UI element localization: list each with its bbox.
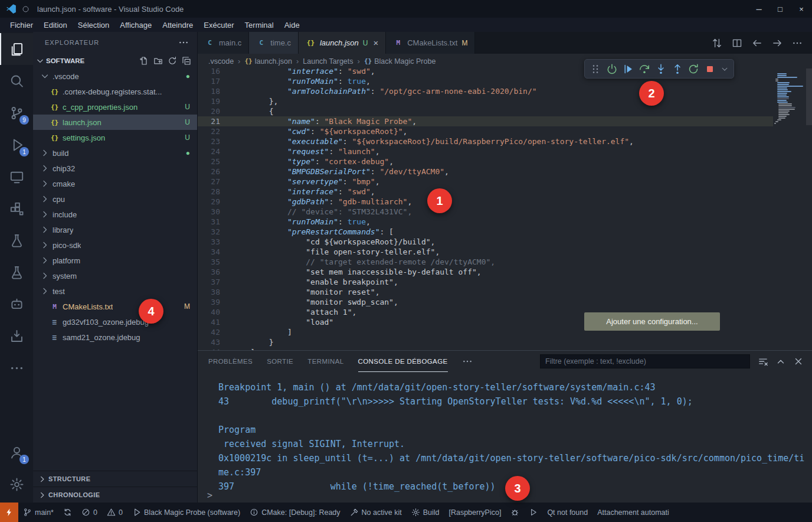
activity-packages[interactable]	[0, 320, 33, 352]
menu-terminal[interactable]: Terminal	[240, 21, 279, 30]
step-out-icon[interactable]	[672, 63, 683, 75]
explorer-item-chip32[interactable]: chip32	[33, 161, 197, 176]
breadcrumb-item-launch-targets[interactable]: Launch Targets	[303, 57, 353, 66]
power-icon[interactable]	[606, 63, 618, 75]
explorer-item-include[interactable]: include	[33, 207, 197, 222]
panel-tab-console-de-d-bogage[interactable]: CONSOLE DE DÉBOGAGE	[358, 351, 448, 372]
new-folder-icon[interactable]	[153, 56, 163, 66]
continue-icon[interactable]	[622, 63, 634, 75]
explorer-item-cpu[interactable]: cpu	[33, 191, 197, 207]
explorer-item-c-cpp-properties-json[interactable]: {}c_cpp_properties.jsonU	[33, 99, 197, 115]
status-errors[interactable]: 0	[77, 503, 102, 522]
explorer-item-cortex-debug-registers-stat[interactable]: {}.cortex-debug.registers.stat...	[33, 84, 197, 99]
explorer-item-pico-sdk[interactable]: pico-sdk	[33, 237, 197, 253]
close-icon[interactable]	[793, 356, 804, 367]
activity-source-control[interactable]: 9	[0, 97, 33, 129]
explorer-item-samd21-ozone-jdebug[interactable]: ≡samd21_ozone.jdebug	[33, 329, 197, 345]
status-build-target[interactable]: [RaspberryPico]	[444, 503, 506, 522]
activity-search[interactable]	[0, 65, 33, 97]
step-into-icon[interactable]	[655, 63, 667, 75]
ellipsis-icon[interactable]	[462, 356, 473, 367]
status-cmake-status[interactable]: CMake: [Debug]: Ready	[245, 503, 345, 522]
arrow-left-icon[interactable]	[752, 38, 762, 48]
activity-cmake[interactable]	[0, 288, 33, 320]
explorer-item-cmakelists-txt[interactable]: MCMakeLists.txtM	[33, 299, 197, 314]
maximize-button[interactable]: □	[770, 0, 791, 18]
panel-tab-probl-mes[interactable]: PROBLÈMES	[208, 351, 253, 372]
debug-console-prompt[interactable]: >	[207, 490, 212, 501]
arrow-right-icon[interactable]	[772, 38, 782, 48]
activity-settings[interactable]	[0, 468, 33, 500]
activity-more[interactable]	[0, 352, 33, 384]
menu-affichage[interactable]: Affichage	[114, 21, 157, 30]
explorer-section-software[interactable]: SOFTWARE	[33, 53, 197, 68]
panel-tab-terminal[interactable]: TERMINAL	[307, 351, 343, 372]
close-tab-icon[interactable]: ×	[373, 38, 378, 48]
explorer-item-platform[interactable]: platform	[33, 253, 197, 268]
sidebar-section-chronologie[interactable]: CHRONOLOGIE	[33, 487, 197, 503]
menu-edition[interactable]: Edition	[38, 21, 73, 30]
explorer-item-gd32vf103-ozone-jdebug[interactable]: ≡gd32vf103_ozone.jdebug	[33, 314, 197, 329]
clear-icon[interactable]	[758, 356, 768, 367]
ellipsis-icon[interactable]	[178, 37, 189, 48]
chevron-down-icon[interactable]	[721, 65, 729, 73]
panel-tab-sortie[interactable]: SORTIE	[267, 351, 293, 372]
status-auto-attach[interactable]: Attachement automati	[592, 503, 674, 522]
activity-explorer[interactable]	[0, 33, 33, 65]
compare-icon[interactable]	[712, 38, 722, 48]
explorer-item-build[interactable]: build●	[33, 145, 197, 161]
restart-icon[interactable]	[687, 63, 699, 75]
sidebar-section-structure[interactable]: STRUCTURE	[33, 471, 197, 487]
stop-icon[interactable]	[704, 63, 716, 75]
status-warnings[interactable]: 0	[102, 503, 127, 522]
minimize-button[interactable]: ─	[748, 0, 770, 18]
minimap[interactable]	[773, 70, 806, 350]
menu-fichier[interactable]: Fichier	[5, 21, 38, 30]
status-run-action[interactable]	[524, 503, 542, 522]
refresh-icon[interactable]	[168, 56, 177, 66]
scrollbar[interactable]	[806, 68, 812, 125]
menu-aide[interactable]: Aide	[279, 21, 305, 30]
activity-testing[interactable]	[0, 256, 33, 288]
explorer-item-cmake[interactable]: cmake	[33, 176, 197, 191]
tab-main-c[interactable]: Cmain.c	[198, 32, 249, 54]
collapse-all-icon[interactable]	[182, 56, 191, 66]
activity-test[interactable]	[0, 224, 33, 256]
tab-time-c[interactable]: Ctime.c	[249, 32, 299, 54]
status-cmake-build[interactable]: Build	[407, 503, 444, 522]
explorer-item-launch-json[interactable]: {}launch.jsonU	[33, 115, 197, 130]
tab-launch-json[interactable]: {}launch.jsonU×	[299, 32, 386, 54]
status-sync[interactable]	[58, 503, 77, 522]
status-debug-action[interactable]	[506, 503, 524, 522]
close-button[interactable]: ×	[791, 0, 812, 18]
activity-remote-explorer[interactable]	[0, 161, 33, 193]
breadcrumb-item-launch-json[interactable]: {}launch.json	[244, 57, 292, 66]
menu-ex-cuter[interactable]: Exécuter	[198, 21, 239, 30]
tab-cmakelists-txt[interactable]: MCMakeLists.txtM	[386, 32, 475, 54]
activity-run-debug[interactable]: 1	[0, 129, 33, 161]
breadcrumb-item-black-magic-probe[interactable]: {}Black Magic Probe	[364, 57, 436, 66]
status-cmake-kit[interactable]: No active kit	[345, 503, 407, 522]
explorer-item-vscode[interactable]: .vscode●	[33, 68, 197, 84]
step-over-icon[interactable]	[639, 63, 650, 75]
activity-extensions[interactable]	[0, 193, 33, 224]
code-editor[interactable]: 16 "interface": "swd",17 "runToMain": tr…	[198, 68, 812, 350]
status-git-branch[interactable]: main*	[18, 503, 58, 522]
menu-s-lection[interactable]: Sélection	[73, 21, 114, 30]
explorer-item-system[interactable]: system	[33, 268, 197, 283]
grip-icon[interactable]	[590, 63, 601, 75]
chevron-up-icon[interactable]	[775, 356, 786, 367]
explorer-item-test[interactable]: test	[33, 283, 197, 299]
ellipsis-icon[interactable]	[792, 38, 803, 48]
new-file-icon[interactable]	[139, 56, 149, 66]
breadcrumb-item-vscode[interactable]: .vscode	[208, 57, 234, 66]
split-editor-icon[interactable]	[732, 38, 742, 48]
explorer-item-settings-json[interactable]: {}settings.jsonU	[33, 130, 197, 145]
add-configuration-button[interactable]: Ajouter une configuration...	[584, 312, 720, 331]
debug-filter-input[interactable]	[540, 354, 750, 368]
status-debug-config[interactable]: Black Magic Probe (software)	[127, 503, 245, 522]
status-remote-indicator[interactable]	[0, 503, 18, 522]
menu-atteindre[interactable]: Atteindre	[157, 21, 198, 30]
explorer-item-library[interactable]: library	[33, 222, 197, 237]
activity-accounts[interactable]: 1	[0, 436, 33, 468]
